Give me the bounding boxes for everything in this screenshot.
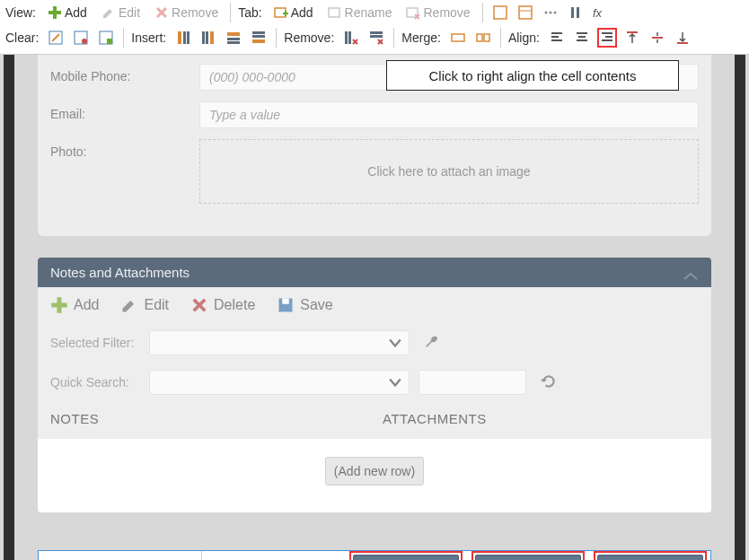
insert-row-below-icon[interactable] [249, 28, 269, 48]
notes-add-button[interactable]: Add [50, 296, 99, 314]
section-header[interactable]: Notes and Attachments [38, 258, 711, 287]
svg-rect-22 [183, 31, 186, 44]
design-button-1[interactable]: Button [353, 555, 459, 560]
insert-col-right-icon[interactable] [198, 28, 218, 48]
design-button-2[interactable]: Button [475, 555, 581, 560]
svg-rect-5 [329, 8, 339, 17]
remove-row-icon[interactable] [366, 28, 386, 48]
tab-rename-button: Rename [323, 3, 397, 22]
tab-label: Tab: [238, 5, 261, 20]
email-input[interactable]: Type a value [199, 101, 699, 128]
svg-rect-26 [210, 31, 214, 44]
align-right-icon[interactable] [597, 28, 617, 48]
svg-point-18 [82, 39, 87, 44]
search-label: Quick Search: [50, 375, 140, 389]
photo-dropzone[interactable]: Click here to attach an image [199, 139, 699, 204]
clear-label: Clear: [5, 31, 39, 45]
svg-rect-27 [227, 32, 240, 36]
svg-rect-14 [577, 7, 579, 18]
separator [500, 28, 501, 48]
svg-rect-23 [187, 31, 189, 44]
notes-edit-label: Edit [144, 297, 169, 313]
notes-save-button[interactable]: Save [277, 296, 332, 314]
photo-label: Photo: [50, 139, 199, 159]
clear-icon-1[interactable] [46, 28, 66, 48]
filter-label: Selected Filter: [50, 336, 140, 350]
x-icon [190, 296, 208, 314]
pencil-icon [120, 296, 138, 314]
align-top-icon[interactable] [622, 28, 642, 48]
design-button-3[interactable]: Button [597, 555, 703, 560]
clear-icon-3[interactable] [96, 28, 116, 48]
unmerge-icon[interactable] [473, 28, 493, 48]
layout-bars-icon[interactable] [566, 3, 586, 22]
view-edit-button: Edit [97, 3, 145, 22]
svg-rect-39 [484, 34, 489, 41]
tab-add-label: Add [291, 5, 313, 20]
svg-rect-20 [107, 39, 112, 44]
layout-icon-2[interactable] [515, 3, 535, 22]
svg-rect-31 [252, 35, 265, 38]
svg-point-10 [544, 12, 547, 14]
align-left-icon[interactable] [547, 28, 567, 48]
svg-rect-1 [48, 11, 61, 14]
align-bottom-icon[interactable] [673, 28, 692, 48]
view-remove-button: Remove [150, 3, 223, 22]
add-row-button[interactable]: (Add new row) [325, 457, 424, 486]
align-middle-icon[interactable] [648, 28, 667, 48]
wrench-icon[interactable] [424, 334, 440, 353]
col-attachments: ATTACHMENTS [383, 411, 487, 426]
svg-rect-32 [252, 39, 265, 43]
search-input[interactable] [419, 370, 526, 395]
design-button-3-sel[interactable]: Button [594, 551, 707, 560]
refresh-icon[interactable] [541, 373, 557, 392]
svg-point-11 [549, 12, 551, 14]
svg-rect-53 [51, 303, 67, 308]
col-notes: NOTES [50, 411, 383, 426]
merge-label: Merge: [401, 31, 441, 45]
svg-rect-35 [370, 31, 383, 34]
tab-remove-button: Remove [401, 3, 474, 22]
save-icon [277, 296, 295, 314]
svg-text:fx: fx [593, 6, 603, 20]
tab-add-button[interactable]: Add [269, 3, 318, 22]
svg-rect-8 [519, 6, 532, 19]
tab-remove-label: Remove [423, 5, 470, 20]
svg-rect-55 [283, 299, 290, 304]
design-button-2-sel[interactable]: Button [471, 551, 585, 560]
svg-rect-24 [202, 31, 205, 44]
insert-col-left-icon[interactable] [173, 28, 193, 48]
tab-remove-icon [406, 5, 420, 20]
notes-delete-button[interactable]: Delete [190, 296, 255, 314]
tab-rename-label: Rename [345, 5, 392, 20]
clear-icon-2[interactable] [71, 28, 91, 48]
tab-add-icon [274, 5, 288, 20]
ruler-right [735, 55, 745, 560]
remove-col-icon[interactable] [341, 28, 361, 48]
view-add-button[interactable]: Add [43, 3, 92, 22]
svg-rect-21 [178, 31, 181, 44]
merge-icon[interactable] [448, 28, 468, 48]
svg-rect-13 [571, 7, 574, 18]
align-label: Align: [508, 31, 540, 45]
view-edit-label: Edit [119, 5, 140, 20]
filter-select[interactable] [149, 330, 410, 355]
view-add-label: Add [65, 5, 87, 20]
svg-rect-25 [206, 31, 208, 44]
search-select[interactable] [149, 370, 410, 395]
layout-dots-icon[interactable] [541, 3, 560, 22]
plus-icon [50, 296, 68, 314]
fx-icon[interactable]: fx [591, 3, 611, 22]
notes-add-label: Add [74, 297, 99, 313]
separator [276, 28, 277, 48]
design-button-1-sel[interactable]: Button [349, 551, 463, 560]
layout-icon-1[interactable] [490, 3, 510, 22]
notes-edit-button[interactable]: Edit [120, 296, 169, 314]
insert-row-above-icon[interactable] [224, 28, 243, 48]
align-center-icon[interactable] [572, 28, 592, 48]
svg-rect-36 [370, 35, 383, 38]
view-label: View: [5, 5, 36, 20]
separator [393, 28, 394, 48]
notes-section: Notes and Attachments Add Edit Delete Sa… [38, 258, 711, 512]
button-row[interactable]: Button Button Button [38, 550, 711, 560]
